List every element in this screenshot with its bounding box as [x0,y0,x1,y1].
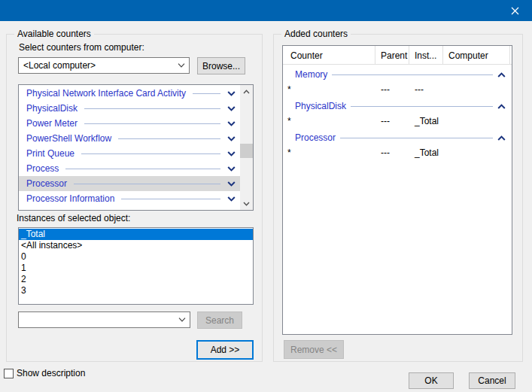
counter-item[interactable]: Process [19,161,240,176]
counter-group-row[interactable]: PhysicalDisk [283,99,512,114]
computer-combobox[interactable]: <Local computer> [18,57,190,74]
scrollbar[interactable] [240,85,253,210]
cell-parent: --- [375,116,409,126]
search-button-label: Search [205,315,234,326]
chevron-down-icon [174,63,189,68]
column-header-counter[interactable]: Counter [283,46,375,65]
add-counters-dialog: Available counters Select counters from … [0,0,532,392]
computer-combobox-value: <Local computer> [19,60,174,71]
expand-chevron-icon[interactable] [227,121,236,126]
scroll-down-button[interactable] [240,197,253,210]
counter-item-rule [65,169,220,169]
instance-item[interactable]: 3 [19,285,253,296]
scroll-up-icon [243,90,250,94]
counter-group-rule [332,74,493,75]
column-header-instance[interactable]: Inst... [409,46,443,65]
instance-item[interactable]: 2 [19,274,253,285]
scrollbar-thumb[interactable] [240,144,253,158]
counter-item-label: PhysicalDisk [26,103,78,114]
counter-item[interactable]: PowerShell Workflow [19,131,240,146]
table-row[interactable]: * --- _Total [283,145,512,160]
expand-chevron-icon[interactable] [227,181,236,187]
counter-item-label: Processor Information [26,193,114,204]
counter-group-rule [351,106,493,107]
counter-group-name: PhysicalDisk [295,101,346,111]
chevron-down-icon [175,318,190,322]
search-combobox[interactable] [18,311,190,328]
scroll-down-icon [243,202,250,206]
ok-button-label: OK [424,375,437,386]
table-row[interactable]: * --- --- [283,82,512,97]
counter-item-label: Physical Network Interface Card Activity [26,88,186,99]
counter-item[interactable]: Print Queue [19,146,240,161]
counter-item-rule [84,108,220,109]
title-bar [0,0,532,21]
counter-item-rule [193,93,220,94]
counter-item[interactable]: Power Meter [19,116,240,131]
show-description-checkbox[interactable]: Show description [4,368,85,378]
ok-button[interactable]: OK [409,372,454,389]
instances-label: Instances of selected object: [17,213,130,223]
counter-item-rule [81,153,220,154]
counters-list: Physical Network Interface Card Activity… [18,84,254,211]
expand-chevron-icon[interactable] [227,106,236,111]
counter-item-selected[interactable]: Processor [19,176,240,191]
browse-button[interactable]: Browse... [197,57,245,74]
counter-item-rule [118,138,220,139]
cell-instance: _Total [409,147,443,158]
cell-counter: * [283,84,375,95]
expand-chevron-icon[interactable] [227,166,236,172]
counter-item-label: Processor [26,178,67,189]
collapse-chevron-icon[interactable] [497,135,506,141]
counter-item-rule [74,184,220,184]
close-icon [511,7,519,15]
remove-button[interactable]: Remove << [284,340,344,359]
cell-counter: * [283,116,375,126]
add-button[interactable]: Add >> [196,340,254,360]
search-button[interactable]: Search [197,311,242,329]
counter-group-rule [340,138,493,138]
counter-item-rule [121,199,220,199]
counter-group-row[interactable]: Processor [283,130,512,145]
cell-instance: _Total [409,116,443,126]
instance-item[interactable]: <All instances> [19,240,253,251]
instance-item-selected[interactable]: _Total [19,229,253,240]
close-button[interactable] [497,0,532,21]
added-counters-group-label: Added counters [281,29,351,39]
counter-item-label: Process [26,163,59,174]
counter-item[interactable]: PhysicalDisk [19,101,240,116]
cell-counter: * [283,147,375,158]
counter-item[interactable]: Processor Information [19,191,240,206]
counter-group-name: Processor [295,132,336,143]
remove-button-label: Remove << [290,345,337,355]
collapse-chevron-icon[interactable] [497,104,506,109]
cell-instance: --- [409,84,443,95]
instance-item[interactable]: 1 [19,263,253,274]
collapse-chevron-icon[interactable] [497,72,506,77]
counter-item-rule [84,123,220,124]
cell-parent: --- [375,84,409,95]
counter-item-label: Power Meter [26,118,78,129]
browse-button-label: Browse... [202,61,240,71]
table-row[interactable]: * --- _Total [283,114,512,129]
column-header-computer[interactable]: Computer [443,46,510,65]
select-computer-label: Select counters from computer: [19,42,144,53]
table-header-row: Counter Parent Inst... Computer [283,46,512,65]
expand-chevron-icon[interactable] [227,136,236,141]
available-counters-group-label: Available counters [14,29,94,39]
counter-group-row[interactable]: Memory [283,67,512,82]
counter-group-name: Memory [295,69,327,80]
checkbox-box [4,369,14,378]
show-description-label: Show description [17,368,85,378]
scroll-up-button[interactable] [240,85,253,98]
expand-chevron-icon[interactable] [227,151,236,156]
instance-item[interactable]: 0 [19,251,253,263]
column-header-parent[interactable]: Parent [375,46,409,65]
cancel-button[interactable]: Cancel [469,372,515,389]
added-counters-table: Counter Parent Inst... Computer Memory *… [282,45,512,335]
counter-item-label: Print Queue [26,148,74,159]
expand-chevron-icon[interactable] [227,91,236,96]
add-button-label: Add >> [211,345,240,355]
counter-item[interactable]: Physical Network Interface Card Activity [19,86,240,101]
expand-chevron-icon[interactable] [227,196,236,202]
